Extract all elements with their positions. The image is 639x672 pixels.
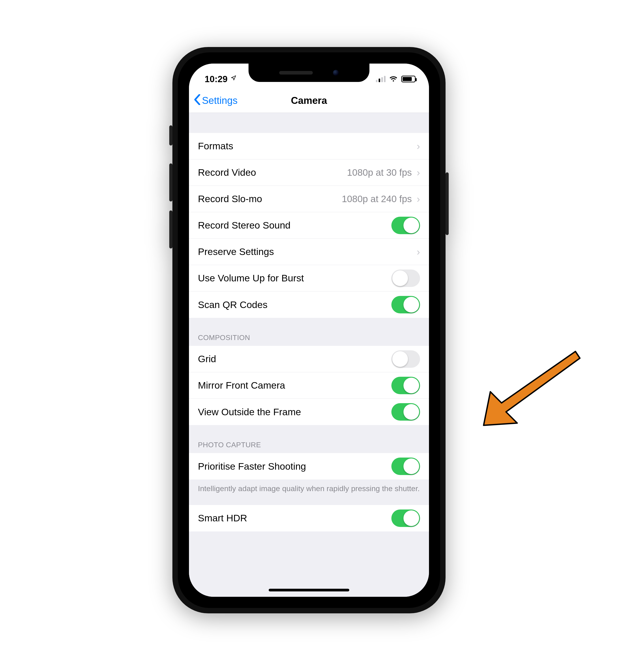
toggle-smart-hdr[interactable] <box>391 510 420 527</box>
toggle-qr[interactable] <box>391 296 420 313</box>
row-label: Formats <box>198 141 417 152</box>
back-label: Settings <box>202 95 237 106</box>
section-photo-capture: Prioritise Faster Shooting <box>189 453 429 480</box>
toggle-view-outside-frame[interactable] <box>391 403 420 421</box>
notch <box>249 64 370 82</box>
row-label: Use Volume Up for Burst <box>198 273 391 284</box>
chevron-right-icon: › <box>417 141 420 152</box>
content[interactable]: Formats › Record Video 1080p at 30 fps ›… <box>189 113 429 597</box>
cellular-signal-icon <box>376 76 386 82</box>
chevron-left-icon <box>194 94 201 107</box>
row-view-outside-frame: View Outside the Frame <box>189 399 429 425</box>
row-prioritise-faster-shooting: Prioritise Faster Shooting <box>189 453 429 480</box>
back-button[interactable]: Settings <box>194 88 237 113</box>
row-label: Record Stereo Sound <box>198 220 391 231</box>
toggle-mirror-front-camera[interactable] <box>391 377 420 394</box>
row-stereo-sound: Record Stereo Sound <box>189 212 429 239</box>
toggle-stereo[interactable] <box>391 217 420 234</box>
row-smart-hdr: Smart HDR <box>189 505 429 531</box>
section-header-composition: COMPOSITION <box>189 318 429 346</box>
chevron-right-icon: › <box>417 167 420 178</box>
row-mirror-front-camera: Mirror Front Camera <box>189 372 429 399</box>
row-label: Record Video <box>198 167 347 178</box>
phone-frame: 10:29 <box>172 47 446 613</box>
status-time: 10:29 <box>205 74 228 84</box>
chevron-right-icon: › <box>417 193 420 205</box>
row-label: Smart HDR <box>198 513 391 523</box>
row-qr-codes: Scan QR Codes <box>189 292 429 318</box>
row-record-video[interactable]: Record Video 1080p at 30 fps › <box>189 159 429 186</box>
speaker-grille <box>279 71 313 75</box>
screen: 10:29 <box>189 64 429 597</box>
chevron-right-icon: › <box>417 246 420 257</box>
toggle-volume-burst[interactable] <box>391 269 420 287</box>
row-label: Mirror Front Camera <box>198 380 391 391</box>
section-main: Formats › Record Video 1080p at 30 fps ›… <box>189 133 429 318</box>
page-title: Camera <box>291 95 327 106</box>
footer-note: Intelligently adapt image quality when r… <box>189 480 429 501</box>
row-label: Grid <box>198 354 391 364</box>
front-camera-icon <box>333 70 339 76</box>
row-label: Scan QR Codes <box>198 299 391 310</box>
row-preserve-settings[interactable]: Preserve Settings › <box>189 239 429 265</box>
home-indicator[interactable] <box>269 589 349 591</box>
row-label: Preserve Settings <box>198 246 417 257</box>
toggle-grid[interactable] <box>391 350 420 368</box>
row-record-slomo[interactable]: Record Slo-mo 1080p at 240 fps › <box>189 186 429 212</box>
section-composition: Grid Mirror Front Camera View Outside th… <box>189 346 429 425</box>
row-label: Record Slo-mo <box>198 193 342 204</box>
location-icon <box>231 75 236 82</box>
volume-up-button <box>169 163 172 202</box>
row-detail: 1080p at 30 fps <box>347 167 412 178</box>
row-detail: 1080p at 240 fps <box>342 194 412 204</box>
annotation-arrow-icon <box>464 345 589 443</box>
wifi-icon <box>389 75 398 83</box>
toggle-prioritise-faster[interactable] <box>391 457 420 475</box>
section-smart-hdr: Smart HDR <box>189 505 429 531</box>
row-label: View Outside the Frame <box>198 407 391 418</box>
power-button <box>446 172 449 235</box>
row-volume-burst: Use Volume Up for Burst <box>189 265 429 292</box>
nav-bar: Settings Camera <box>189 88 429 113</box>
row-formats[interactable]: Formats › <box>189 133 429 159</box>
row-label: Prioritise Faster Shooting <box>198 461 391 472</box>
row-grid: Grid <box>189 346 429 372</box>
mute-switch <box>169 125 172 145</box>
section-header-photo-capture: PHOTO CAPTURE <box>189 425 429 453</box>
battery-icon <box>401 76 416 82</box>
volume-down-button <box>169 210 172 249</box>
